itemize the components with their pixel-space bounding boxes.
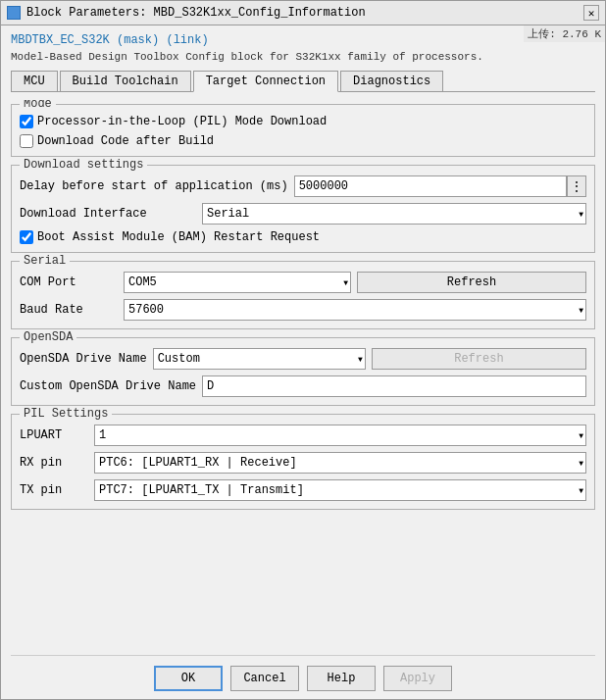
- com-select[interactable]: COM5 COM1 COM2 COM3 COM4: [124, 272, 351, 293]
- tx-select[interactable]: PTC7: [LPUART1_TX | Transmit]: [94, 479, 586, 501]
- serial-section-title: Serial: [20, 254, 70, 268]
- rx-label: RX pin: [20, 456, 88, 470]
- com-refresh-button[interactable]: Refresh: [357, 272, 586, 293]
- rx-row: RX pin PTC6: [LPUART1_RX | Receive] ▼: [20, 452, 586, 474]
- lpuart-label: LPUART: [20, 428, 88, 442]
- bam-label: Boot Assist Module (BAM) Restart Request: [37, 230, 320, 244]
- tab-diagnostics[interactable]: Diagnostics: [340, 71, 443, 91]
- lpuart-row: LPUART 1 2 ▼: [20, 425, 586, 446]
- window-title: Block Parameters: MBD_S32K1xx_Config_Inf…: [26, 6, 366, 20]
- window-icon: [7, 6, 21, 20]
- opensda-drive-select[interactable]: Custom: [153, 348, 366, 370]
- lpuart-select[interactable]: 1 2: [94, 425, 586, 446]
- help-button[interactable]: Help: [307, 666, 376, 691]
- opensda-drive-select-wrapper: Custom ▼: [153, 348, 366, 370]
- tab-target-connection[interactable]: Target Connection: [193, 71, 338, 92]
- close-button[interactable]: ✕: [583, 5, 599, 21]
- pil-row: Processor-in-the-Loop (PIL) Mode Downloa…: [20, 115, 586, 128]
- pil-settings-title: PIL Settings: [20, 407, 112, 421]
- baud-label: Baud Rate: [20, 303, 118, 317]
- serial-section: Serial COM Port COM5 COM1 COM2 COM3 COM4…: [11, 261, 595, 329]
- baud-select[interactable]: 57600 9600 19200 38400 115200: [124, 299, 586, 321]
- com-select-wrapper: COM5 COM1 COM2 COM3 COM4 ▼: [124, 272, 351, 293]
- mode-section-title: Mode: [20, 100, 56, 111]
- delay-input[interactable]: [294, 175, 567, 197]
- tx-row: TX pin PTC7: [LPUART1_TX | Transmit] ▼: [20, 479, 586, 501]
- bottom-buttons: OK Cancel Help Apply: [11, 655, 595, 699]
- custom-drive-label: Custom OpenSDA Drive Name: [20, 379, 196, 393]
- subtitle: MBDTBX_EC_S32K (mask) (link): [11, 33, 595, 47]
- window-body: Mode Processor-in-the-Loop (PIL) Mode Do…: [1, 100, 605, 699]
- mode-section: Mode Processor-in-the-Loop (PIL) Mode Do…: [11, 104, 595, 157]
- bam-checkbox[interactable]: [20, 230, 33, 244]
- main-window: Block Parameters: MBD_S32K1xx_Config_Inf…: [0, 0, 606, 700]
- custom-drive-input[interactable]: [202, 375, 586, 397]
- apply-button[interactable]: Apply: [383, 666, 452, 691]
- download-row: Download Code after Build: [20, 134, 586, 148]
- pil-settings-section: PIL Settings LPUART 1 2 ▼ RX pin PTC6: […: [11, 414, 595, 510]
- opensda-section: OpenSDA OpenSDA Drive Name Custom ▼ Refr…: [11, 337, 595, 406]
- interface-select-wrapper: Serial USB JTAG ▼: [202, 203, 586, 225]
- upload-info: 上传: 2.76 K: [524, 25, 605, 42]
- rx-select[interactable]: PTC6: [LPUART1_RX | Receive]: [94, 452, 586, 474]
- pil-checkbox[interactable]: [20, 115, 33, 128]
- download-checkbox[interactable]: [20, 134, 33, 148]
- opensda-section-title: OpenSDA: [20, 330, 76, 344]
- delay-label: Delay before start of application (ms): [20, 179, 288, 193]
- download-settings-section: Download settings Delay before start of …: [11, 165, 595, 253]
- delay-dots-button[interactable]: ⋮: [567, 175, 586, 197]
- interface-row: Download Interface Serial USB JTAG ▼: [20, 203, 586, 225]
- delay-row: Delay before start of application (ms) ⋮: [20, 175, 586, 197]
- interface-select[interactable]: Serial USB JTAG: [202, 203, 586, 225]
- custom-drive-row: Custom OpenSDA Drive Name: [20, 375, 586, 397]
- delay-input-group: ⋮: [294, 175, 586, 197]
- download-settings-title: Download settings: [20, 158, 147, 172]
- title-bar: Block Parameters: MBD_S32K1xx_Config_Inf…: [1, 1, 605, 25]
- tx-select-wrapper: PTC7: [LPUART1_TX | Transmit] ▼: [94, 479, 586, 501]
- opensda-drive-row: OpenSDA Drive Name Custom ▼ Refresh: [20, 348, 586, 370]
- tab-build-toolchain[interactable]: Build Toolchain: [60, 71, 191, 91]
- opensda-refresh-button[interactable]: Refresh: [372, 348, 586, 370]
- tabs-container: MCU Build Toolchain Target Connection Di…: [11, 71, 595, 92]
- ok-button[interactable]: OK: [154, 666, 223, 691]
- com-row: COM Port COM5 COM1 COM2 COM3 COM4 ▼ Refr…: [20, 272, 586, 293]
- tx-label: TX pin: [20, 483, 88, 497]
- lpuart-select-wrapper: 1 2 ▼: [94, 425, 586, 446]
- tab-mcu[interactable]: MCU: [11, 71, 58, 91]
- interface-label: Download Interface: [20, 207, 196, 221]
- com-label: COM Port: [20, 275, 118, 289]
- rx-select-wrapper: PTC6: [LPUART1_RX | Receive] ▼: [94, 452, 586, 474]
- cancel-button[interactable]: Cancel: [230, 666, 299, 691]
- baud-select-wrapper: 57600 9600 19200 38400 115200 ▼: [124, 299, 586, 321]
- opensda-drive-label: OpenSDA Drive Name: [20, 352, 147, 366]
- download-label: Download Code after Build: [37, 134, 214, 148]
- pil-label: Processor-in-the-Loop (PIL) Mode Downloa…: [37, 115, 327, 128]
- baud-row: Baud Rate 57600 9600 19200 38400 115200 …: [20, 299, 586, 321]
- bam-row: Boot Assist Module (BAM) Restart Request: [20, 230, 586, 244]
- description: Model-Based Design Toolbox Config block …: [11, 51, 595, 63]
